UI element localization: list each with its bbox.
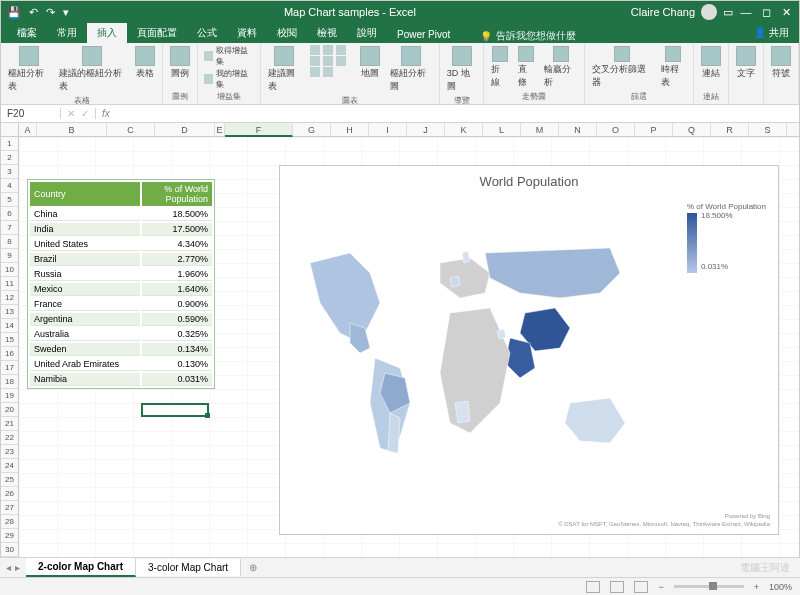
table-row[interactable]: Sweden0.134% bbox=[30, 343, 212, 356]
add-sheet-button[interactable]: ⊕ bbox=[241, 562, 265, 573]
table-row[interactable]: France0.900% bbox=[30, 298, 212, 311]
recommended-pivot-button[interactable]: 建議的樞紐分析表 bbox=[56, 45, 128, 94]
row-header-7[interactable]: 7 bbox=[1, 221, 19, 235]
row-header-5[interactable]: 5 bbox=[1, 193, 19, 207]
zoom-level[interactable]: 100% bbox=[769, 582, 792, 592]
col-header-G[interactable]: G bbox=[293, 123, 331, 137]
share-button[interactable]: 👤 共用 bbox=[744, 23, 799, 43]
undo-icon[interactable]: ↶ bbox=[29, 6, 38, 19]
table-row[interactable]: United Arab Emirates0.130% bbox=[30, 358, 212, 371]
col-header-P[interactable]: P bbox=[635, 123, 673, 137]
name-box[interactable]: F20 bbox=[1, 108, 61, 119]
col-header-T[interactable]: T bbox=[787, 123, 800, 137]
table-row[interactable]: United States4.340% bbox=[30, 238, 212, 251]
row-header-4[interactable]: 4 bbox=[1, 179, 19, 193]
maximize-button[interactable]: ◻ bbox=[759, 6, 773, 19]
col-header-R[interactable]: R bbox=[711, 123, 749, 137]
sheet-nav-next-icon[interactable]: ▸ bbox=[15, 562, 20, 573]
row-header-9[interactable]: 9 bbox=[1, 249, 19, 263]
tab-powerpivot[interactable]: Power Pivot bbox=[387, 26, 460, 43]
row-header-19[interactable]: 19 bbox=[1, 389, 19, 403]
sheet-tab-1[interactable]: 2-color Map Chart bbox=[26, 558, 136, 577]
row-header-21[interactable]: 21 bbox=[1, 417, 19, 431]
sparkline-winloss-button[interactable]: 輸贏分析 bbox=[541, 45, 580, 90]
text-button[interactable]: 文字 bbox=[733, 45, 759, 81]
minimize-button[interactable]: — bbox=[739, 6, 753, 18]
row-header-15[interactable]: 15 bbox=[1, 333, 19, 347]
col-header-K[interactable]: K bbox=[445, 123, 483, 137]
link-button[interactable]: 連結 bbox=[698, 45, 724, 81]
row-header-16[interactable]: 16 bbox=[1, 347, 19, 361]
table-row[interactable]: Russia1.960% bbox=[30, 268, 212, 281]
tab-file[interactable]: 檔案 bbox=[7, 23, 47, 43]
chart-type-3[interactable] bbox=[308, 67, 335, 77]
table-row[interactable]: China18.500% bbox=[30, 208, 212, 221]
tab-formulas[interactable]: 公式 bbox=[187, 23, 227, 43]
ribbon-options-icon[interactable]: ▭ bbox=[723, 6, 733, 19]
row-header-27[interactable]: 27 bbox=[1, 501, 19, 515]
col-header-L[interactable]: L bbox=[483, 123, 521, 137]
row-header-25[interactable]: 25 bbox=[1, 473, 19, 487]
row-header-28[interactable]: 28 bbox=[1, 515, 19, 529]
table-row[interactable]: Australia0.325% bbox=[30, 328, 212, 341]
col-header-O[interactable]: O bbox=[597, 123, 635, 137]
row-header-29[interactable]: 29 bbox=[1, 529, 19, 543]
chart-type-1[interactable] bbox=[308, 45, 348, 55]
worksheet-grid[interactable]: Country% of World Population China18.500… bbox=[19, 137, 800, 573]
timeline-button[interactable]: 時程表 bbox=[658, 45, 689, 90]
table-row[interactable]: Brazil2.770% bbox=[30, 253, 212, 266]
row-header-24[interactable]: 24 bbox=[1, 459, 19, 473]
tab-home[interactable]: 常用 bbox=[47, 23, 87, 43]
row-header-30[interactable]: 30 bbox=[1, 543, 19, 557]
normal-view-button[interactable] bbox=[586, 581, 600, 593]
row-header-6[interactable]: 6 bbox=[1, 207, 19, 221]
slicer-button[interactable]: 交叉分析篩選器 bbox=[589, 45, 654, 90]
row-header-26[interactable]: 26 bbox=[1, 487, 19, 501]
tab-help[interactable]: 說明 bbox=[347, 23, 387, 43]
zoom-in-button[interactable]: + bbox=[754, 582, 759, 592]
get-addins-button[interactable]: 取得增益集 bbox=[202, 45, 256, 67]
table-row[interactable]: India17.500% bbox=[30, 223, 212, 236]
col-header-F[interactable]: F bbox=[225, 123, 293, 137]
tab-view[interactable]: 檢視 bbox=[307, 23, 347, 43]
row-header-11[interactable]: 11 bbox=[1, 277, 19, 291]
tab-pagelayout[interactable]: 頁面配置 bbox=[127, 23, 187, 43]
maps-button[interactable]: 地圖 bbox=[357, 45, 383, 81]
row-header-8[interactable]: 8 bbox=[1, 235, 19, 249]
row-header-12[interactable]: 12 bbox=[1, 291, 19, 305]
sparkline-column-button[interactable]: 直條 bbox=[515, 45, 538, 90]
fx-button[interactable]: fx bbox=[96, 108, 116, 119]
3dmap-button[interactable]: 3D 地圖 bbox=[444, 45, 480, 94]
active-cell[interactable] bbox=[141, 403, 209, 417]
row-header-10[interactable]: 10 bbox=[1, 263, 19, 277]
col-header-A[interactable]: A bbox=[19, 123, 37, 137]
close-button[interactable]: ✕ bbox=[779, 6, 793, 19]
my-addins-button[interactable]: 我的增益集 bbox=[202, 68, 256, 90]
tab-review[interactable]: 校閱 bbox=[267, 23, 307, 43]
sparkline-line-button[interactable]: 折線 bbox=[488, 45, 511, 90]
pivotchart-button[interactable]: 樞紐分析圖 bbox=[387, 45, 434, 94]
zoom-out-button[interactable]: − bbox=[658, 582, 663, 592]
table-row[interactable]: Namibia0.031% bbox=[30, 373, 212, 386]
col-header-C[interactable]: C bbox=[107, 123, 155, 137]
sheet-nav-prev-icon[interactable]: ◂ bbox=[6, 562, 11, 573]
redo-icon[interactable]: ↷ bbox=[46, 6, 55, 19]
pagebreak-view-button[interactable] bbox=[634, 581, 648, 593]
save-icon[interactable]: 💾 bbox=[7, 6, 21, 19]
enter-icon[interactable]: ✓ bbox=[81, 108, 89, 119]
col-header-N[interactable]: N bbox=[559, 123, 597, 137]
tell-me[interactable]: 💡告訴我您想做什麼 bbox=[460, 29, 744, 43]
avatar[interactable] bbox=[701, 4, 717, 20]
row-header-3[interactable]: 3 bbox=[1, 165, 19, 179]
col-header-E[interactable]: E bbox=[215, 123, 225, 137]
table-row[interactable]: Mexico1.640% bbox=[30, 283, 212, 296]
zoom-slider[interactable] bbox=[674, 585, 744, 588]
row-header-1[interactable]: 1 bbox=[1, 137, 19, 151]
symbols-button[interactable]: 符號 bbox=[768, 45, 794, 81]
table-row[interactable]: Argentina0.590% bbox=[30, 313, 212, 326]
tab-data[interactable]: 資料 bbox=[227, 23, 267, 43]
col-header-J[interactable]: J bbox=[407, 123, 445, 137]
row-header-18[interactable]: 18 bbox=[1, 375, 19, 389]
illustrations-button[interactable]: 圖例 bbox=[167, 45, 193, 81]
col-header-D[interactable]: D bbox=[155, 123, 215, 137]
